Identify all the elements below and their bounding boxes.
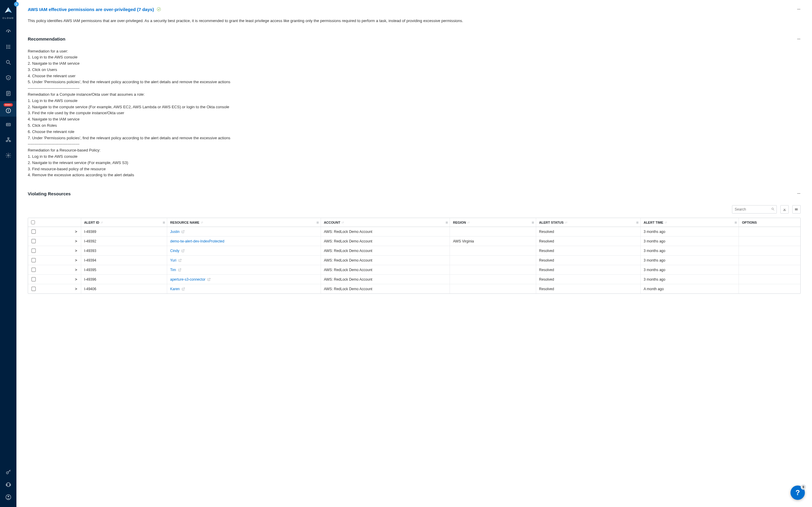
- svg-rect-39: [783, 211, 786, 211]
- row-checkbox[interactable]: [31, 277, 36, 282]
- expand-row-icon[interactable]: >: [75, 268, 77, 272]
- nav-policies[interactable]: [0, 70, 16, 86]
- expand-row-icon[interactable]: >: [75, 277, 77, 282]
- col-menu-icon[interactable]: ≡: [445, 220, 448, 225]
- nav-alerts[interactable]: 9999+: [0, 101, 16, 117]
- resource-link[interactable]: Cindy: [170, 249, 180, 253]
- col-menu-icon[interactable]: ≡: [532, 220, 534, 225]
- table-row: >I-49394YuriAWS: RedLock Demo AccountRes…: [28, 256, 800, 265]
- expand-row-icon[interactable]: >: [75, 287, 77, 291]
- row-checkbox[interactable]: [31, 268, 36, 272]
- resource-link[interactable]: Karen: [170, 287, 180, 291]
- cell-options: [739, 275, 800, 284]
- nav-network[interactable]: [0, 132, 16, 148]
- cell-alert-id: I-49394: [81, 256, 167, 265]
- collapse-policy-icon[interactable]: −: [797, 6, 801, 12]
- col-menu-icon[interactable]: ≡: [734, 220, 737, 225]
- external-link-icon[interactable]: [178, 259, 182, 262]
- columns-button[interactable]: [792, 205, 801, 214]
- svg-rect-24: [6, 141, 7, 142]
- cell-region: [450, 227, 536, 236]
- row-checkbox[interactable]: [31, 287, 36, 291]
- cell-region: AWS Virginia: [450, 236, 536, 246]
- cell-resource-name: Yuri: [167, 256, 321, 265]
- expand-row-icon[interactable]: >: [75, 248, 77, 253]
- row-checkbox[interactable]: [31, 239, 36, 243]
- nav-dashboard[interactable]: [0, 23, 16, 39]
- svg-point-29: [7, 155, 9, 156]
- expand-row-icon[interactable]: >: [75, 229, 77, 234]
- resource-link[interactable]: Tim: [170, 268, 176, 272]
- col-options-label: OPTIONS: [742, 221, 757, 224]
- table-row: >I-49392demo-tw-alert-dev-IndexProtected…: [28, 236, 800, 246]
- expand-row-icon[interactable]: >: [75, 239, 77, 243]
- row-control-cell: >: [28, 265, 81, 275]
- search-input-wrap: [732, 205, 777, 214]
- cell-account: AWS: RedLock Demo Account: [321, 275, 450, 284]
- cell-alert-id: I-49393: [81, 246, 167, 256]
- help-button[interactable]: ? 9: [791, 486, 805, 500]
- cell-status: Resolved: [536, 265, 640, 275]
- col-alert-status[interactable]: ALERT STATUS↓↑ ≡: [536, 218, 640, 227]
- col-region[interactable]: REGION↓↑ ≡: [450, 218, 536, 227]
- external-link-icon[interactable]: [181, 230, 185, 233]
- cell-account: AWS: RedLock Demo Account: [321, 265, 450, 275]
- help-icon: ?: [796, 489, 800, 497]
- cell-region: [450, 246, 536, 256]
- violating-heading: Violating Resources: [28, 191, 71, 196]
- resource-link[interactable]: Justin: [170, 230, 180, 234]
- cell-status: Resolved: [536, 246, 640, 256]
- external-link-icon[interactable]: [182, 287, 185, 291]
- svg-marker-1: [5, 7, 8, 13]
- cell-alert-id: I-49396: [81, 275, 167, 284]
- row-control-cell: >: [28, 236, 81, 246]
- policy-title[interactable]: AWS IAM effective permissions are over-p…: [28, 7, 161, 12]
- collapse-recommendation-icon[interactable]: −: [797, 36, 801, 42]
- col-menu-icon[interactable]: ≡: [163, 220, 165, 225]
- nav-key[interactable]: [0, 466, 16, 478]
- search-input[interactable]: [735, 207, 769, 212]
- cell-region: [450, 256, 536, 265]
- svg-point-7: [7, 48, 7, 49]
- nav-profile[interactable]: [0, 491, 16, 503]
- external-link-icon[interactable]: [178, 268, 182, 272]
- help-count-badge: 9: [801, 484, 806, 490]
- table-row: >I-49389JustinAWS: RedLock Demo AccountR…: [28, 227, 800, 236]
- cell-time: 3 months ago: [640, 256, 739, 265]
- policy-description: This policy identifies AWS IAM permissio…: [28, 18, 801, 24]
- svg-point-30: [6, 472, 8, 474]
- col-account[interactable]: ACCOUNT↓↑ ≡: [321, 218, 450, 227]
- col-options: OPTIONS: [739, 218, 800, 227]
- nav-inventory[interactable]: [0, 39, 16, 55]
- cell-resource-name: Karen: [167, 284, 321, 294]
- expand-row-icon[interactable]: >: [75, 258, 77, 263]
- nav-settings[interactable]: [0, 148, 16, 163]
- col-account-label: ACCOUNT: [324, 221, 340, 224]
- col-alert-time[interactable]: ALERT TIME↓↑ ≡: [640, 218, 739, 227]
- col-alert-id[interactable]: ALERT ID↓↑ ≡: [81, 218, 167, 227]
- external-link-icon[interactable]: [181, 249, 185, 252]
- external-link-icon[interactable]: [207, 278, 211, 281]
- resource-link[interactable]: demo-tw-alert-dev-IndexProtected: [170, 239, 224, 243]
- svg-point-2: [8, 31, 9, 32]
- svg-point-17: [8, 112, 8, 112]
- cell-account: AWS: RedLock Demo Account: [321, 236, 450, 246]
- collapse-violating-icon[interactable]: −: [797, 190, 801, 197]
- col-menu-icon[interactable]: ≡: [636, 220, 639, 225]
- resource-link[interactable]: aperture-s3-connector: [170, 277, 205, 282]
- nav-support[interactable]: [0, 478, 16, 491]
- nav-compliance[interactable]: [0, 86, 16, 101]
- select-all-checkbox[interactable]: [31, 220, 35, 224]
- col-menu-icon[interactable]: ≡: [316, 220, 319, 225]
- col-resource-name[interactable]: RESOURCE NAME↓↑ ≡: [167, 218, 321, 227]
- nav-investigate[interactable]: [0, 55, 16, 70]
- row-checkbox[interactable]: [31, 249, 36, 253]
- row-checkbox[interactable]: [31, 230, 36, 234]
- nav-compute[interactable]: [0, 117, 16, 132]
- cell-time: 3 months ago: [640, 246, 739, 256]
- cell-region: [450, 275, 536, 284]
- resource-link[interactable]: Yuri: [170, 258, 176, 263]
- sidebar-expand-button[interactable]: [14, 2, 19, 7]
- download-button[interactable]: [780, 205, 789, 214]
- row-checkbox[interactable]: [31, 258, 36, 263]
